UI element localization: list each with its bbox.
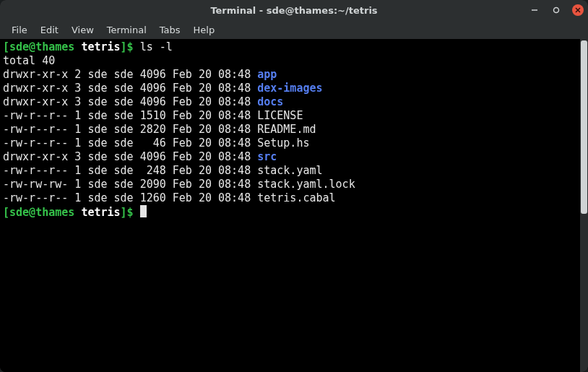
listing-row: -rw-r--r-- 1 sde sde 1510 Feb 20 08:48 L… — [3, 109, 577, 123]
listing-row: -rw-r--r-- 1 sde sde 248 Feb 20 08:48 st… — [3, 164, 577, 178]
listing-file-name: stack.yaml — [257, 164, 322, 177]
close-button[interactable] — [572, 4, 584, 16]
listing-row: drwxr-xr-x 3 sde sde 4096 Feb 20 08:48 d… — [3, 82, 577, 95]
listing-file-name: stack.yaml.lock — [257, 178, 355, 191]
listing-file-name: README.md — [257, 123, 316, 136]
menu-file[interactable]: File — [6, 22, 33, 38]
window-title: Terminal - sde@thames:~/tetris — [0, 5, 588, 16]
listing-dir-name: src — [257, 150, 277, 163]
prompt-cwd: tetris — [81, 40, 120, 53]
listing-row: drwxr-xr-x 3 sde sde 4096 Feb 20 08:48 s… — [3, 150, 577, 164]
minimize-button[interactable] — [529, 4, 540, 16]
maximize-icon — [553, 7, 560, 14]
listing-meta: drwxr-xr-x 3 sde sde 4096 Feb 20 08:48 — [3, 95, 257, 108]
cursor — [140, 205, 147, 217]
listing-dir-name: app — [257, 68, 277, 81]
terminal-body: [sde@thames tetris]$ ls -ltotal 40drwxr-… — [0, 39, 588, 372]
listing-file-name: Setup.hs — [257, 137, 309, 150]
prompt-bracket-open: [ — [3, 206, 9, 219]
listing-meta: -rw-r--r-- 1 sde sde 46 Feb 20 08:48 — [3, 137, 257, 150]
terminal-output[interactable]: [sde@thames tetris]$ ls -ltotal 40drwxr-… — [0, 39, 580, 372]
listing-meta: -rw-r--r-- 1 sde sde 1260 Feb 20 08:48 — [3, 191, 257, 204]
menubar: File Edit View Terminal Tabs Help — [0, 20, 588, 39]
maximize-button[interactable] — [550, 4, 562, 16]
listing-meta: -rw-r--r-- 1 sde sde 1510 Feb 20 08:48 — [3, 109, 257, 122]
menu-tabs[interactable]: Tabs — [154, 22, 186, 38]
close-icon — [575, 7, 581, 13]
prompt-line: [sde@thames tetris]$ ls -l — [3, 40, 577, 54]
menu-edit[interactable]: Edit — [35, 22, 64, 38]
terminal-window: Terminal - sde@thames:~/tetris File Edit… — [0, 0, 588, 372]
listing-row: -rw-r--r-- 1 sde sde 46 Feb 20 08:48 Set… — [3, 137, 577, 150]
total-line: total 40 — [3, 54, 577, 68]
command-text: ls -l — [140, 40, 173, 53]
menu-help[interactable]: Help — [188, 22, 221, 38]
listing-meta: drwxr-xr-x 2 sde sde 4096 Feb 20 08:48 — [3, 68, 257, 81]
listing-dir-name: docs — [257, 95, 283, 108]
listing-file-name: LICENSE — [257, 109, 303, 122]
prompt-user-host: sde@thames — [9, 40, 74, 53]
menu-view[interactable]: View — [66, 22, 100, 38]
listing-meta: -rw-r--r-- 1 sde sde 248 Feb 20 08:48 — [3, 164, 257, 177]
svg-point-1 — [554, 8, 559, 13]
listing-row: -rw-rw-rw- 1 sde sde 2090 Feb 20 08:48 s… — [3, 178, 577, 191]
prompt-bracket-open: [ — [3, 40, 9, 53]
window-controls — [529, 0, 584, 20]
listing-row: drwxr-xr-x 2 sde sde 4096 Feb 20 08:48 a… — [3, 68, 577, 82]
listing-row: -rw-r--r-- 1 sde sde 1260 Feb 20 08:48 t… — [3, 191, 577, 205]
listing-meta: drwxr-xr-x 3 sde sde 4096 Feb 20 08:48 — [3, 82, 257, 95]
listing-dir-name: dex-images — [257, 82, 322, 95]
menu-terminal[interactable]: Terminal — [101, 22, 152, 38]
scrollbar[interactable] — [580, 39, 588, 372]
prompt-line: [sde@thames tetris]$ — [3, 205, 577, 220]
listing-file-name: tetris.cabal — [257, 191, 335, 204]
prompt-user-host: sde@thames — [9, 206, 74, 219]
prompt-suffix: ]$ — [121, 40, 140, 53]
minimize-icon — [531, 7, 538, 14]
listing-meta: -rw-rw-rw- 1 sde sde 2090 Feb 20 08:48 — [3, 178, 257, 191]
scrollbar-thumb[interactable] — [581, 40, 587, 214]
listing-meta: drwxr-xr-x 3 sde sde 4096 Feb 20 08:48 — [3, 150, 257, 163]
prompt-cwd: tetris — [81, 206, 120, 219]
listing-meta: -rw-r--r-- 1 sde sde 2820 Feb 20 08:48 — [3, 123, 257, 136]
listing-row: drwxr-xr-x 3 sde sde 4096 Feb 20 08:48 d… — [3, 95, 577, 109]
listing-row: -rw-r--r-- 1 sde sde 2820 Feb 20 08:48 R… — [3, 123, 577, 137]
titlebar: Terminal - sde@thames:~/tetris — [0, 0, 588, 20]
prompt-suffix: ]$ — [121, 206, 140, 219]
